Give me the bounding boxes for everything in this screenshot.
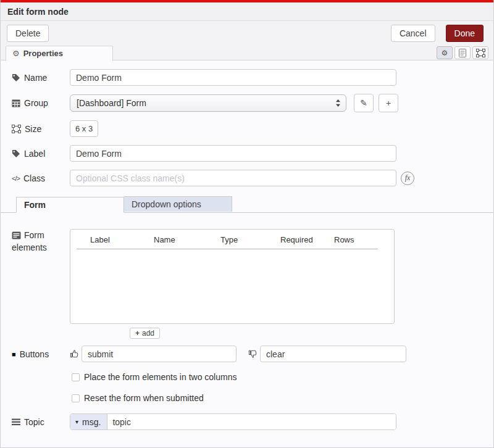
size-button[interactable]: 6 x 3 — [70, 120, 98, 137]
add-group-button[interactable]: + — [379, 94, 398, 112]
tab-form-label: Form — [24, 200, 46, 210]
name-input[interactable] — [70, 69, 396, 86]
thumbs-up-icon — [70, 349, 79, 359]
topic-input[interactable] — [107, 414, 396, 429]
topic-label: Topic — [24, 417, 44, 427]
group-label-wrap: Group — [12, 98, 70, 108]
topic-row: Topic ▾ msg. — [12, 413, 493, 430]
table-icon — [12, 99, 20, 107]
bars-icon — [12, 418, 20, 426]
dialog-toolbar: Delete Cancel Done — [1, 21, 493, 45]
form-elements-header: Label Name Type Required Rows — [77, 235, 378, 249]
tag-icon — [12, 149, 20, 158]
name-label-wrap: Name — [12, 73, 70, 83]
column-header: Type — [220, 235, 280, 244]
size-label: Size — [25, 124, 41, 134]
tab-dropdown-options-label: Dropdown options — [132, 199, 201, 209]
appearance-tab-button[interactable] — [472, 46, 488, 59]
buttons-label-wrap: ■ Buttons — [12, 349, 70, 359]
select-arrows-icon — [335, 99, 341, 107]
tab-properties[interactable]: ⚙ Properties — [6, 46, 113, 61]
done-button[interactable]: Done — [446, 25, 484, 42]
gear-icon: ⚙ — [12, 49, 20, 58]
editor-tab-buttons: ⚙ — [437, 46, 488, 59]
thumbs-down-icon — [248, 349, 257, 359]
buttons-label: Buttons — [20, 349, 49, 359]
name-row: Name — [12, 69, 493, 86]
form-elements-label-line2: elements — [12, 243, 47, 252]
tab-properties-label: Properties — [23, 49, 63, 58]
file-text-icon — [459, 49, 466, 57]
column-header: Name — [154, 235, 220, 244]
reset-form-checkbox-label: Reset the form when submitted — [84, 393, 204, 403]
group-row: Group [Dashboard] Form ✎ + — [12, 94, 493, 112]
reset-form-checkbox-row: Reset the form when submitted — [72, 393, 493, 403]
form-elements-label-line1: Form — [24, 230, 44, 240]
chevron-down-icon: ▾ — [75, 418, 78, 425]
object-group-icon — [476, 49, 485, 57]
cancel-button[interactable]: Cancel — [391, 25, 435, 42]
topic-label-wrap: Topic — [12, 417, 70, 427]
list-alt-icon — [12, 231, 21, 239]
dialog-title: Edit form node — [1, 2, 493, 21]
tab-form[interactable]: Form — [16, 197, 124, 213]
class-input[interactable] — [70, 170, 396, 186]
object-group-icon — [12, 125, 21, 133]
add-element-button[interactable]: + add — [130, 328, 160, 339]
editor-tab-row: ⚙ Properties ⚙ — [1, 45, 493, 60]
form-elements-label-wrap: Form elements — [12, 229, 70, 254]
topic-type-selector[interactable]: ▾ msg. — [70, 414, 107, 429]
two-columns-checkbox[interactable] — [72, 373, 80, 381]
topic-typed-input: ▾ msg. — [70, 413, 396, 430]
plus-icon: + — [135, 329, 140, 338]
group-select[interactable]: [Dashboard] Form — [70, 94, 346, 112]
form-elements-block: Form elements Label Name Type Required R… — [12, 229, 493, 339]
form-elements-table[interactable]: Label Name Type Required Rows — [70, 229, 395, 324]
properties-panel: Name Group [Dashboard] Form — [1, 60, 493, 430]
code-icon: </> — [12, 175, 20, 182]
tab-dropdown-options[interactable]: Dropdown options — [124, 196, 232, 212]
label-input[interactable] — [70, 145, 396, 162]
clear-button-label-input[interactable] — [260, 346, 406, 362]
group-select-value: [Dashboard] Form — [77, 98, 335, 108]
fx-icon: fx — [405, 173, 411, 183]
label-label-wrap: Label — [12, 149, 70, 159]
topic-type-label: msg. — [82, 417, 101, 427]
group-label: Group — [24, 98, 48, 108]
column-header: Label — [90, 235, 154, 244]
plus-icon: + — [386, 98, 391, 108]
pencil-icon: ✎ — [360, 98, 367, 108]
label-label: Label — [24, 149, 45, 159]
edit-form-node-dialog: Edit form node Delete Cancel Done ⚙ Prop… — [0, 0, 494, 448]
edit-group-button[interactable]: ✎ — [354, 94, 374, 112]
description-tab-button[interactable] — [454, 46, 471, 59]
properties-tab-button[interactable]: ⚙ — [437, 46, 453, 59]
section-tab-row: Form Dropdown options — [1, 197, 494, 213]
add-element-label: add — [142, 329, 154, 338]
name-label: Name — [24, 73, 47, 83]
delete-button[interactable]: Delete — [7, 25, 49, 42]
size-label-wrap: Size — [12, 124, 70, 134]
class-label: Class — [23, 173, 45, 183]
buttons-row: ■ Buttons — [12, 346, 493, 362]
reset-form-checkbox[interactable] — [72, 394, 80, 402]
class-row: </> Class fx — [12, 170, 493, 186]
submit-button-label-input[interactable] — [82, 346, 237, 362]
column-header: Rows — [334, 235, 371, 244]
square-icon: ■ — [12, 351, 16, 358]
label-row: Label — [12, 145, 493, 162]
column-header: Required — [280, 235, 334, 244]
gear-icon: ⚙ — [442, 49, 448, 57]
size-row: Size 6 x 3 — [12, 120, 493, 137]
two-columns-checkbox-label: Place the form elements in two columns — [84, 372, 237, 382]
fx-button[interactable]: fx — [401, 172, 414, 185]
tag-icon — [12, 73, 20, 82]
class-label-wrap: </> Class — [12, 173, 70, 183]
two-columns-checkbox-row: Place the form elements in two columns — [72, 372, 493, 382]
